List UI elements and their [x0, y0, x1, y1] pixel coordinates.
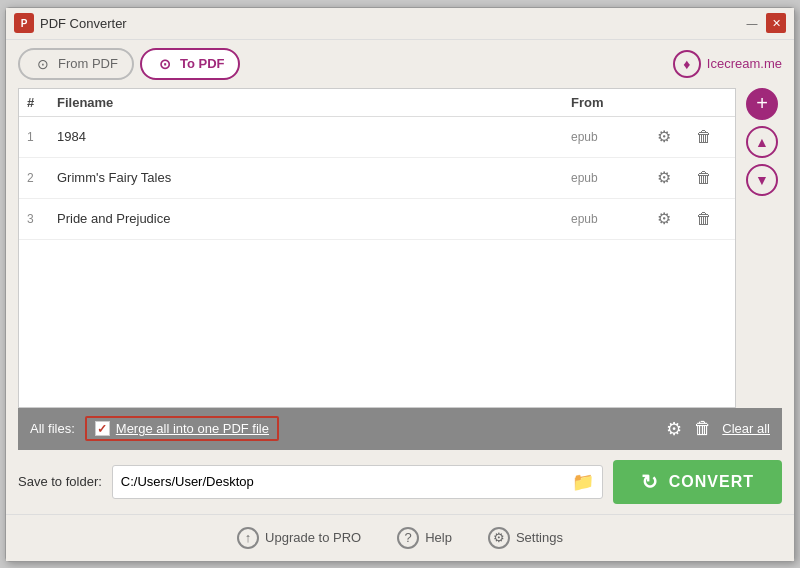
- move-down-button[interactable]: ▼: [746, 164, 778, 196]
- tabs-container: ⊙ From PDF ⊙ To PDF: [18, 48, 240, 80]
- settings-icon: ⚙: [488, 527, 510, 549]
- row-1-settings-button[interactable]: ⚙: [651, 124, 677, 150]
- titlebar-controls: — ✕: [742, 13, 786, 33]
- row-2-num: 2: [27, 171, 57, 185]
- close-button[interactable]: ✕: [766, 13, 786, 33]
- tab-from-pdf-label: From PDF: [58, 56, 118, 71]
- upgrade-icon: ↑: [237, 527, 259, 549]
- save-path-input-wrap: 📁: [112, 465, 603, 499]
- main-window: P PDF Converter — ✕ ⊙ From PDF ⊙ To PDF …: [5, 7, 795, 562]
- right-buttons-panel: + ▲ ▼: [736, 88, 782, 408]
- tab-to-pdf[interactable]: ⊙ To PDF: [140, 48, 241, 80]
- row-1-delete-button[interactable]: 🗑: [691, 124, 717, 150]
- settings-button[interactable]: ⚙ Settings: [480, 523, 571, 553]
- convert-label: CONVERT: [669, 473, 754, 491]
- row-3-settings-button[interactable]: ⚙: [651, 206, 677, 232]
- settings-label: Settings: [516, 530, 563, 545]
- upgrade-label: Upgrade to PRO: [265, 530, 361, 545]
- add-file-button[interactable]: +: [746, 88, 778, 120]
- all-files-label: All files:: [30, 421, 75, 436]
- clear-all-button[interactable]: Clear all: [722, 421, 770, 436]
- row-3-delete-button[interactable]: 🗑: [691, 206, 717, 232]
- merge-label[interactable]: Merge all into one PDF file: [116, 421, 269, 436]
- col-header-delete: [691, 95, 727, 110]
- window-title: PDF Converter: [40, 16, 127, 31]
- help-button[interactable]: ? Help: [389, 523, 460, 553]
- col-header-from: From: [571, 95, 651, 110]
- footer-bar: All files: ✓ Merge all into one PDF file…: [18, 408, 782, 450]
- footer-bar-right: ⚙ 🗑 Clear all: [664, 416, 770, 442]
- help-icon: ?: [397, 527, 419, 549]
- titlebar: P PDF Converter — ✕: [6, 8, 794, 40]
- row-2-settings-button[interactable]: ⚙: [651, 165, 677, 191]
- brand-label: Icecream.me: [707, 56, 782, 71]
- row-3-filename: Pride and Prejudice: [57, 211, 571, 226]
- table-row: 2 Grimm's Fairy Tales epub ⚙ 🗑: [19, 158, 735, 199]
- minimize-button[interactable]: —: [742, 13, 762, 33]
- row-2-filename: Grimm's Fairy Tales: [57, 170, 571, 185]
- row-1-filename: 1984: [57, 129, 571, 144]
- tab-to-pdf-label: To PDF: [180, 56, 225, 71]
- row-1-num: 1: [27, 130, 57, 144]
- convert-button[interactable]: ↻ CONVERT: [613, 460, 782, 504]
- brand-link[interactable]: ♦ Icecream.me: [673, 50, 782, 78]
- table-row: 1 1984 epub ⚙ 🗑: [19, 117, 735, 158]
- merge-checkbox[interactable]: ✓: [95, 421, 110, 436]
- row-3-format: epub: [571, 212, 651, 226]
- table-body: 1 1984 epub ⚙ 🗑 2 Grimm's Fairy Tales ep…: [19, 117, 735, 407]
- table-header: # Filename From: [19, 89, 735, 117]
- col-header-settings: [651, 95, 691, 110]
- upgrade-button[interactable]: ↑ Upgrade to PRO: [229, 523, 369, 553]
- footer-delete-button[interactable]: 🗑: [692, 416, 714, 441]
- row-1-format: epub: [571, 130, 651, 144]
- row-2-delete-button[interactable]: 🗑: [691, 165, 717, 191]
- tabbar: ⊙ From PDF ⊙ To PDF ♦ Icecream.me: [6, 40, 794, 88]
- footer-settings-button[interactable]: ⚙: [664, 416, 684, 442]
- row-2-format: epub: [571, 171, 651, 185]
- titlebar-left: P PDF Converter: [14, 13, 127, 33]
- brand-icon: ♦: [673, 50, 701, 78]
- save-path-input[interactable]: [121, 474, 566, 489]
- col-header-filename: Filename: [57, 95, 571, 110]
- table-row: 3 Pride and Prejudice epub ⚙ 🗑: [19, 199, 735, 240]
- from-pdf-icon: ⊙: [34, 55, 52, 73]
- move-up-button[interactable]: ▲: [746, 126, 778, 158]
- convert-icon: ↻: [641, 470, 659, 494]
- footer-bar-left: All files: ✓ Merge all into one PDF file: [30, 416, 279, 441]
- to-pdf-icon: ⊙: [156, 55, 174, 73]
- browse-folder-button[interactable]: 📁: [572, 471, 594, 493]
- file-table: # Filename From 1 1984 epub ⚙ 🗑 2: [18, 88, 736, 408]
- help-label: Help: [425, 530, 452, 545]
- col-header-num: #: [27, 95, 57, 110]
- save-to-folder-label: Save to folder:: [18, 474, 102, 489]
- merge-checkbox-area[interactable]: ✓ Merge all into one PDF file: [85, 416, 279, 441]
- app-icon: P: [14, 13, 34, 33]
- save-bar: Save to folder: 📁 ↻ CONVERT: [6, 450, 794, 514]
- row-3-num: 3: [27, 212, 57, 226]
- main-content: # Filename From 1 1984 epub ⚙ 🗑 2: [6, 88, 794, 408]
- tab-from-pdf[interactable]: ⊙ From PDF: [18, 48, 134, 80]
- bottom-toolbar: ↑ Upgrade to PRO ? Help ⚙ Settings: [6, 514, 794, 561]
